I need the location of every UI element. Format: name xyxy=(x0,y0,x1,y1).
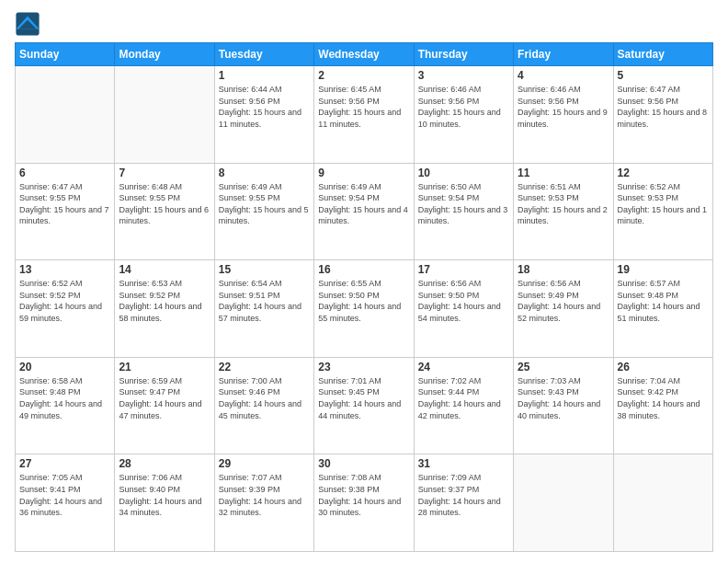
day-info: Sunrise: 6:56 AM Sunset: 9:50 PM Dayligh… xyxy=(418,278,509,324)
day-info: Sunrise: 7:07 AM Sunset: 9:39 PM Dayligh… xyxy=(219,472,310,518)
calendar-day-cell xyxy=(115,66,214,164)
day-info: Sunrise: 7:05 AM Sunset: 9:41 PM Dayligh… xyxy=(19,472,110,518)
calendar-week-row: 6Sunrise: 6:47 AM Sunset: 9:55 PM Daylig… xyxy=(16,163,713,260)
calendar-day-cell: 9Sunrise: 6:49 AM Sunset: 9:54 PM Daylig… xyxy=(314,163,414,260)
calendar-day-cell: 23Sunrise: 7:01 AM Sunset: 9:45 PM Dayli… xyxy=(314,357,414,454)
day-number: 4 xyxy=(518,69,609,82)
day-info: Sunrise: 6:47 AM Sunset: 9:55 PM Dayligh… xyxy=(19,181,110,227)
day-number: 6 xyxy=(19,167,110,179)
day-number: 2 xyxy=(318,69,409,82)
calendar-day-cell: 21Sunrise: 6:59 AM Sunset: 9:47 PM Dayli… xyxy=(115,357,214,454)
day-info: Sunrise: 7:09 AM Sunset: 9:37 PM Dayligh… xyxy=(418,472,509,518)
day-info: Sunrise: 6:47 AM Sunset: 9:56 PM Dayligh… xyxy=(618,84,709,130)
calendar-day-cell: 29Sunrise: 7:07 AM Sunset: 9:39 PM Dayli… xyxy=(214,454,313,552)
day-number: 23 xyxy=(318,361,409,373)
calendar-day-cell: 26Sunrise: 7:04 AM Sunset: 9:42 PM Dayli… xyxy=(613,357,712,454)
day-number: 24 xyxy=(418,361,509,373)
page: SundayMondayTuesdayWednesdayThursdayFrid… xyxy=(0,0,728,563)
calendar-day-cell: 17Sunrise: 6:56 AM Sunset: 9:50 PM Dayli… xyxy=(414,260,513,358)
day-info: Sunrise: 6:53 AM Sunset: 9:52 PM Dayligh… xyxy=(119,278,210,324)
weekday-header: Sunday xyxy=(16,43,115,66)
day-number: 19 xyxy=(618,263,709,276)
day-number: 18 xyxy=(518,263,609,276)
day-number: 16 xyxy=(318,263,409,276)
weekday-header: Monday xyxy=(115,43,214,66)
day-info: Sunrise: 7:08 AM Sunset: 9:38 PM Dayligh… xyxy=(318,472,409,518)
calendar-day-cell: 3Sunrise: 6:46 AM Sunset: 9:56 PM Daylig… xyxy=(414,66,513,164)
day-info: Sunrise: 6:58 AM Sunset: 9:48 PM Dayligh… xyxy=(19,375,110,421)
calendar-day-cell: 25Sunrise: 7:03 AM Sunset: 9:43 PM Dayli… xyxy=(514,357,613,454)
calendar-header-row: SundayMondayTuesdayWednesdayThursdayFrid… xyxy=(16,43,713,66)
weekday-header: Friday xyxy=(514,43,613,66)
day-number: 29 xyxy=(219,457,310,470)
day-number: 20 xyxy=(19,361,110,373)
day-info: Sunrise: 6:46 AM Sunset: 9:56 PM Dayligh… xyxy=(418,84,509,130)
day-number: 14 xyxy=(119,263,210,276)
day-number: 7 xyxy=(119,167,210,179)
day-number: 9 xyxy=(318,167,409,179)
day-number: 3 xyxy=(418,69,509,82)
calendar-day-cell: 28Sunrise: 7:06 AM Sunset: 9:40 PM Dayli… xyxy=(115,454,214,552)
calendar-day-cell: 24Sunrise: 7:02 AM Sunset: 9:44 PM Dayli… xyxy=(414,357,513,454)
calendar-week-row: 20Sunrise: 6:58 AM Sunset: 9:48 PM Dayli… xyxy=(16,357,713,454)
calendar-day-cell: 22Sunrise: 7:00 AM Sunset: 9:46 PM Dayli… xyxy=(214,357,313,454)
calendar-week-row: 13Sunrise: 6:52 AM Sunset: 9:52 PM Dayli… xyxy=(16,260,713,358)
header xyxy=(15,11,713,37)
calendar-day-cell: 12Sunrise: 6:52 AM Sunset: 9:53 PM Dayli… xyxy=(613,163,712,260)
calendar-day-cell: 16Sunrise: 6:55 AM Sunset: 9:50 PM Dayli… xyxy=(314,260,414,358)
day-number: 22 xyxy=(219,361,310,373)
day-info: Sunrise: 7:06 AM Sunset: 9:40 PM Dayligh… xyxy=(119,472,210,518)
calendar-day-cell: 13Sunrise: 6:52 AM Sunset: 9:52 PM Dayli… xyxy=(16,260,115,358)
day-number: 25 xyxy=(518,361,609,373)
weekday-header: Tuesday xyxy=(214,43,313,66)
day-number: 11 xyxy=(518,167,609,179)
calendar-day-cell: 7Sunrise: 6:48 AM Sunset: 9:55 PM Daylig… xyxy=(115,163,214,260)
day-number: 12 xyxy=(618,167,709,179)
day-number: 27 xyxy=(19,457,110,470)
day-info: Sunrise: 6:49 AM Sunset: 9:55 PM Dayligh… xyxy=(219,181,310,227)
day-number: 13 xyxy=(19,263,110,276)
day-number: 17 xyxy=(418,263,509,276)
calendar-day-cell: 10Sunrise: 6:50 AM Sunset: 9:54 PM Dayli… xyxy=(414,163,513,260)
day-info: Sunrise: 7:03 AM Sunset: 9:43 PM Dayligh… xyxy=(518,375,609,421)
day-info: Sunrise: 7:04 AM Sunset: 9:42 PM Dayligh… xyxy=(618,375,709,421)
logo xyxy=(15,11,42,37)
day-number: 1 xyxy=(219,69,310,82)
logo-icon xyxy=(15,11,40,37)
calendar-day-cell: 1Sunrise: 6:44 AM Sunset: 9:56 PM Daylig… xyxy=(214,66,313,164)
calendar-day-cell: 4Sunrise: 6:46 AM Sunset: 9:56 PM Daylig… xyxy=(514,66,613,164)
day-info: Sunrise: 6:52 AM Sunset: 9:53 PM Dayligh… xyxy=(618,181,709,227)
calendar-day-cell: 6Sunrise: 6:47 AM Sunset: 9:55 PM Daylig… xyxy=(16,163,115,260)
day-info: Sunrise: 6:45 AM Sunset: 9:56 PM Dayligh… xyxy=(318,84,409,130)
calendar-day-cell: 30Sunrise: 7:08 AM Sunset: 9:38 PM Dayli… xyxy=(314,454,414,552)
day-number: 5 xyxy=(618,69,709,82)
day-number: 8 xyxy=(219,167,310,179)
day-info: Sunrise: 6:54 AM Sunset: 9:51 PM Dayligh… xyxy=(219,278,310,324)
calendar-table: SundayMondayTuesdayWednesdayThursdayFrid… xyxy=(15,42,713,552)
calendar-day-cell: 15Sunrise: 6:54 AM Sunset: 9:51 PM Dayli… xyxy=(214,260,313,358)
day-info: Sunrise: 6:49 AM Sunset: 9:54 PM Dayligh… xyxy=(318,181,409,227)
calendar-day-cell: 14Sunrise: 6:53 AM Sunset: 9:52 PM Dayli… xyxy=(115,260,214,358)
calendar-day-cell: 19Sunrise: 6:57 AM Sunset: 9:48 PM Dayli… xyxy=(613,260,712,358)
weekday-header: Saturday xyxy=(613,43,712,66)
calendar-day-cell xyxy=(514,454,613,552)
calendar-week-row: 27Sunrise: 7:05 AM Sunset: 9:41 PM Dayli… xyxy=(16,454,713,552)
day-info: Sunrise: 6:44 AM Sunset: 9:56 PM Dayligh… xyxy=(219,84,310,130)
weekday-header: Wednesday xyxy=(314,43,414,66)
day-info: Sunrise: 6:52 AM Sunset: 9:52 PM Dayligh… xyxy=(19,278,110,324)
calendar-day-cell: 20Sunrise: 6:58 AM Sunset: 9:48 PM Dayli… xyxy=(16,357,115,454)
day-info: Sunrise: 7:01 AM Sunset: 9:45 PM Dayligh… xyxy=(318,375,409,421)
calendar-day-cell: 18Sunrise: 6:56 AM Sunset: 9:49 PM Dayli… xyxy=(514,260,613,358)
calendar-day-cell xyxy=(613,454,712,552)
day-info: Sunrise: 6:50 AM Sunset: 9:54 PM Dayligh… xyxy=(418,181,509,227)
calendar-day-cell: 11Sunrise: 6:51 AM Sunset: 9:53 PM Dayli… xyxy=(514,163,613,260)
calendar-day-cell xyxy=(16,66,115,164)
day-number: 26 xyxy=(618,361,709,373)
day-number: 21 xyxy=(119,361,210,373)
calendar-day-cell: 5Sunrise: 6:47 AM Sunset: 9:56 PM Daylig… xyxy=(613,66,712,164)
day-info: Sunrise: 6:56 AM Sunset: 9:49 PM Dayligh… xyxy=(518,278,609,324)
day-number: 15 xyxy=(219,263,310,276)
day-info: Sunrise: 7:02 AM Sunset: 9:44 PM Dayligh… xyxy=(418,375,509,421)
day-info: Sunrise: 6:59 AM Sunset: 9:47 PM Dayligh… xyxy=(119,375,210,421)
calendar-day-cell: 2Sunrise: 6:45 AM Sunset: 9:56 PM Daylig… xyxy=(314,66,414,164)
